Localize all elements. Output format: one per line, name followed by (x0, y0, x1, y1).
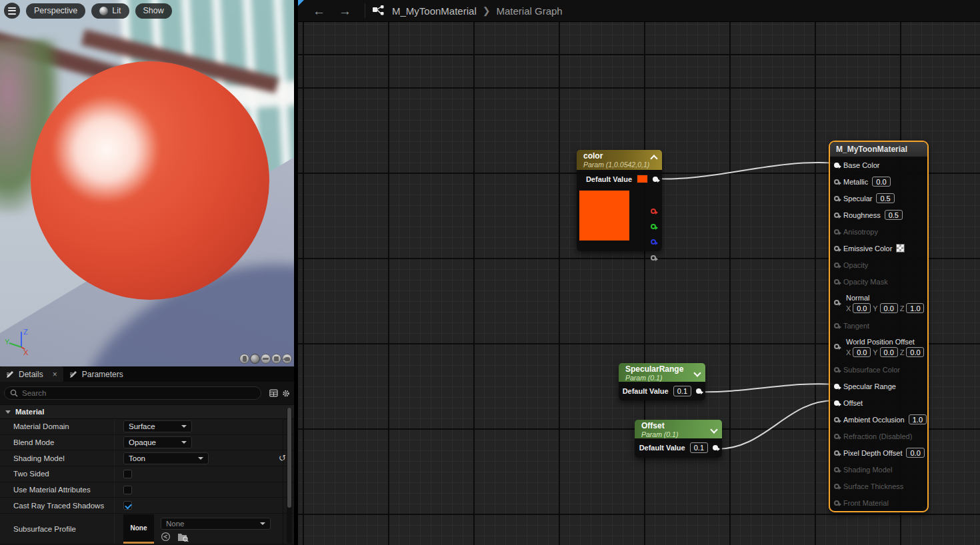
material-domain-value: Surface (129, 422, 155, 430)
breadcrumb-root[interactable]: M_MyToonMaterial (392, 5, 477, 17)
search-box[interactable] (4, 386, 261, 400)
roughness-value-box[interactable]: 0.5 (885, 210, 903, 220)
node-material-result[interactable]: M_MyToonMaterial Base Color Metallic 0.0… (829, 141, 929, 512)
normal-pin[interactable] (834, 300, 839, 305)
wire-specularrange-to-pin (699, 384, 835, 392)
wpo-z-box[interactable]: 0.0 (906, 347, 924, 357)
teapot-mesh-button[interactable] (282, 354, 292, 364)
default-value-label: Default Value (639, 444, 685, 452)
two-sided-checkbox[interactable] (123, 470, 132, 478)
ambient-occlusion-value-box[interactable]: 1.0 (909, 414, 927, 424)
axis-y-label: Y (873, 304, 877, 312)
details-scrollbar[interactable] (287, 408, 292, 544)
surface-thickness-pin (834, 484, 839, 489)
subsurface-color-pin (834, 367, 839, 372)
offset-pin[interactable] (834, 400, 839, 406)
subsurface-color-label: Subsurface Color (843, 366, 900, 374)
specular-range-node-header[interactable]: SpecularRange Param (0.1) (619, 363, 705, 382)
cylinder-mesh-button[interactable] (239, 354, 249, 364)
tab-close-icon[interactable]: × (53, 370, 57, 379)
offset-output-pin[interactable] (713, 445, 718, 450)
node-offset-param[interactable]: Offset Param (0.1) Default Value 0.1 (635, 420, 722, 458)
color-output-pin-r[interactable] (651, 209, 656, 214)
pixel-depth-offset-pin[interactable] (834, 450, 839, 456)
specular-range-output-pin[interactable] (696, 388, 701, 394)
color-default-swatch[interactable] (637, 175, 648, 183)
wpo-x-box[interactable]: 0.0 (853, 347, 871, 357)
lit-button[interactable]: Lit (91, 3, 129, 19)
subsurface-profile-dropdown[interactable]: None (161, 518, 271, 530)
specular-range-node-subtitle: Param (0.1) (625, 374, 700, 382)
metallic-value-box[interactable]: 0.0 (872, 177, 890, 187)
pixel-depth-offset-value-box[interactable]: 0.0 (906, 448, 924, 458)
emissive-color-label: Emissive Color (843, 245, 892, 253)
specular-range-default-row: Default Value 0.1 (619, 382, 705, 400)
details-tabbar: Details × Parameters (0, 366, 294, 382)
specular-range-value-box[interactable]: 0.1 (673, 386, 691, 396)
pin-row-metallic: Metallic 0.0 (830, 173, 927, 190)
blend-mode-label: Blend Mode (0, 435, 115, 450)
tab-details[interactable]: Details × (0, 366, 63, 382)
pin-row-base-color: Base Color (830, 157, 927, 173)
color-preview-swatch[interactable] (579, 191, 629, 241)
emissive-color-pin[interactable] (834, 246, 839, 251)
metallic-label: Metallic (843, 178, 868, 186)
material-domain-dropdown[interactable]: Surface (123, 420, 192, 432)
plane-mesh-button[interactable] (261, 354, 271, 364)
forward-arrow-icon[interactable]: → (332, 5, 358, 17)
show-button[interactable]: Show (135, 3, 172, 19)
browse-asset-icon[interactable] (177, 532, 189, 542)
roughness-label: Roughness (843, 211, 881, 219)
material-node-header[interactable]: M_MyToonMaterial (830, 142, 927, 157)
search-input[interactable] (22, 389, 255, 397)
specular-value-box[interactable]: 0.5 (876, 193, 894, 203)
use-material-attributes-checkbox[interactable] (123, 486, 132, 494)
material-section-header[interactable]: Material (0, 404, 294, 419)
metallic-pin[interactable] (834, 179, 839, 185)
shading-model-dropdown[interactable]: Toon (123, 452, 209, 464)
wpo-y-box[interactable]: 0.0 (880, 347, 898, 357)
subsurface-profile-thumbnail[interactable]: None (123, 514, 154, 544)
scrollbar-thumb[interactable] (287, 408, 291, 508)
node-specular-range-param[interactable]: SpecularRange Param (0.1) Default Value … (619, 363, 705, 400)
use-selected-asset-icon[interactable] (161, 532, 171, 542)
tab-parameters[interactable]: Parameters (63, 366, 129, 382)
ambient-occlusion-pin[interactable] (834, 417, 839, 422)
specular-range-pin[interactable] (834, 384, 839, 389)
back-arrow-icon[interactable]: ← (306, 5, 332, 17)
offset-value-box[interactable]: 0.1 (690, 442, 708, 453)
perspective-label: Perspective (34, 6, 77, 15)
roughness-pin[interactable] (834, 213, 839, 218)
world-position-offset-pin[interactable] (834, 344, 839, 349)
chevron-down-icon (198, 457, 203, 460)
pin-row-ambient-occlusion: Ambient Occlusion 1.0 (830, 411, 927, 428)
front-material-label: Front Material (843, 499, 889, 507)
node-color-param[interactable]: color Param (1,0.0542,0,1) Default Value (577, 150, 662, 251)
offset-node-header[interactable]: Offset Param (0.1) (635, 420, 722, 438)
material-graph-panel[interactable]: ← → M_MyToonMaterial ❯ Material Graph co… (298, 0, 980, 545)
normal-z-box[interactable]: 1.0 (906, 303, 924, 313)
display-filter-icon[interactable] (269, 388, 278, 398)
base-color-pin[interactable] (834, 163, 839, 168)
emissive-color-swatch[interactable] (896, 244, 905, 253)
color-output-pin-b[interactable] (651, 239, 656, 245)
normal-x-box[interactable]: 0.0 (853, 303, 871, 313)
perspective-button[interactable]: Perspective (26, 3, 85, 19)
cast-ray-traced-shadows-checkbox[interactable] (123, 501, 132, 510)
pin-row-subsurface-color: Subsurface Color (830, 361, 927, 378)
color-output-pin-a[interactable] (651, 255, 656, 261)
normal-y-box[interactable]: 0.0 (880, 303, 898, 313)
blend-mode-dropdown[interactable]: Opaque (123, 436, 192, 448)
specular-pin[interactable] (834, 196, 839, 201)
cast-ray-traced-shadows-label: Cast Ray Traced Shadows (0, 498, 115, 513)
color-node-header[interactable]: color Param (1,0.0542,0,1) (577, 150, 662, 170)
pin-row-anisotropy: Anisotropy (830, 223, 927, 240)
preview-viewport[interactable]: Perspective Lit Show Z Y X (0, 0, 294, 366)
settings-gear-icon[interactable] (282, 388, 290, 398)
viewport-menu-button[interactable] (4, 3, 20, 19)
color-output-pin-g[interactable] (651, 224, 656, 229)
cube-mesh-button[interactable] (271, 354, 281, 364)
sphere-mesh-button[interactable] (250, 354, 260, 364)
color-output-pin-rgba[interactable] (653, 177, 658, 182)
lit-sphere-icon (99, 7, 108, 15)
